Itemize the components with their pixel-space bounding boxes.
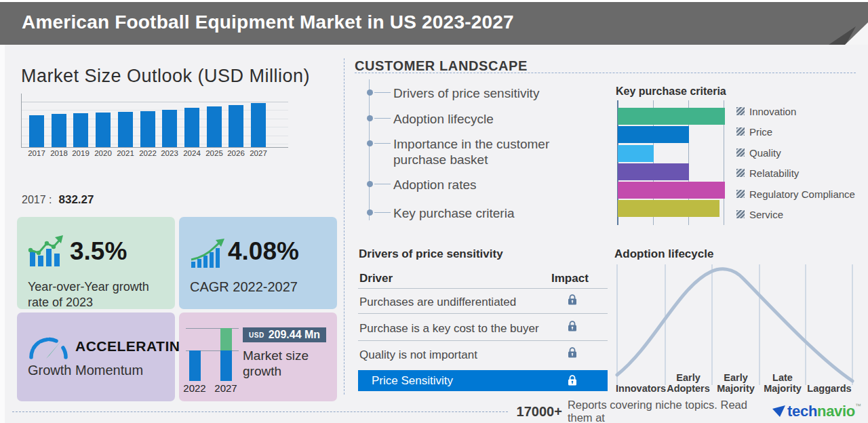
bar-regulatory-compliance: [618, 182, 725, 199]
x-tick-label: 2025: [203, 149, 225, 157]
cagr-value: 4.08%: [228, 237, 299, 266]
stage-label-early-majority: EarlyMajority: [711, 372, 760, 394]
report-count: 17000+: [517, 404, 562, 420]
row-divider: [358, 313, 608, 314]
bar-2017: [29, 115, 44, 147]
x-tick-label: 2020: [92, 149, 114, 157]
drivers-table: Driver Impact Purchases are undifferenti…: [358, 268, 608, 395]
lock-icon: [567, 294, 578, 306]
bar-quality: [618, 145, 654, 162]
footer-text: Reports covering niche topics. Read them…: [568, 399, 766, 423]
table-row: Quality is not important: [359, 348, 477, 362]
highlight-label: Price Sensitivity: [372, 374, 453, 388]
bar-relatability: [618, 163, 689, 180]
growth-label: Market size growth: [243, 348, 309, 379]
bar-2024: [184, 108, 199, 147]
growth-amount-badge: USD 209.44 Mn: [243, 327, 326, 342]
bar-2018: [52, 114, 66, 147]
stage-label-laggards: Laggards: [805, 372, 854, 394]
bullet-dot-icon: [367, 181, 373, 187]
table-row: Purchase is a key cost to the buyer: [359, 322, 539, 336]
bar-2021: [118, 112, 133, 147]
mini-bar-2027-base: [220, 350, 232, 381]
legend-swatch-icon: [736, 127, 745, 136]
lock-icon: [567, 374, 578, 386]
footer-dashed-line: [12, 411, 508, 412]
base-year-value: 2017 :832.27: [22, 193, 94, 207]
yoy-label: Year-over-Year growth rate of 2023: [28, 279, 163, 310]
price-sensitivity-highlight-row: Price Sensitivity: [358, 370, 608, 391]
bell-curve: [617, 269, 852, 381]
bullet-dot-icon: [367, 115, 373, 121]
bar-trend-zigzag-icon: [28, 235, 64, 268]
vertical-dashed-separator: [344, 58, 344, 395]
mini-bar-2022: [189, 350, 201, 381]
page-fold-decoration: [827, 2, 868, 45]
lock-icon: [567, 346, 578, 359]
gridline: [21, 102, 288, 102]
adoption-lifecycle-title: Adoption lifecycle: [614, 247, 713, 261]
legend-swatch-icon: [736, 169, 745, 177]
bullet-connector-line: [369, 79, 370, 220]
cagr-card: 4.08% CAGR 2022-2027: [179, 217, 337, 309]
bullet-dot-icon: [367, 140, 373, 146]
mini-year-2027: 2027: [214, 382, 237, 394]
bullet-dash: [374, 143, 391, 144]
column-header-driver: Driver: [359, 272, 393, 285]
infographic-page: American Football Equipment Market in US…: [0, 0, 868, 423]
x-tick-label: 2024: [181, 149, 203, 157]
customer-landscape-title: CUSTOMER LANDSCAPE: [355, 58, 528, 74]
bar-2026: [229, 105, 243, 147]
yoy-growth-card: 3.5% Year-over-Year growth rate of 2023: [17, 217, 175, 309]
x-tick-label: 2022: [137, 149, 159, 157]
left-edge-strip: [0, 45, 5, 423]
momentum-status: ACCELERATING: [75, 338, 191, 355]
bar-innovation: [618, 108, 725, 125]
growth-momentum-card: ACCELERATING Growth Momentum: [17, 313, 175, 401]
technavio-logo-icon: [772, 405, 786, 418]
kpc-bar-chart: [616, 100, 731, 225]
legend-swatch-icon: [736, 107, 745, 115]
speedometer-icon: [28, 329, 68, 361]
bar-price: [618, 126, 689, 143]
column-header-impact: Impact: [551, 272, 589, 285]
x-tick-label: 2019: [70, 149, 92, 157]
x-tick-label: 2021: [115, 149, 136, 157]
yoy-value: 3.5%: [70, 237, 127, 266]
stage-label-early-adopters: EarlyAdopters: [664, 372, 713, 394]
momentum-label: Growth Momentum: [28, 363, 143, 378]
row-divider: [358, 288, 608, 289]
bullet-dash: [374, 184, 391, 184]
bullet-dash: [374, 212, 391, 213]
mini-year-2022: 2022: [183, 382, 206, 394]
x-tick-label: 2018: [48, 149, 70, 157]
bar-2025: [207, 106, 222, 147]
market-size-growth-card: 2022 2027 USD 209.44 Mn Market size grow…: [179, 313, 337, 401]
dashed-underline: [355, 73, 856, 73]
base-year-label: 2017 :: [22, 194, 52, 205]
footer: 17000+ Reports covering niche topics. Re…: [12, 403, 861, 420]
drivers-table-title: Drivers of price sensitivity: [359, 247, 503, 261]
bar-service: [618, 200, 719, 217]
row-divider: [358, 340, 608, 341]
x-tick-label: 2017: [26, 149, 47, 157]
bar-2022: [140, 111, 155, 147]
technavio-logo-link[interactable]: technavio™: [772, 403, 861, 420]
header-bar: American Football Equipment Market in US…: [0, 2, 868, 45]
growth-amount: 209.44 Mn: [269, 329, 320, 341]
market-size-bar-chart: 2017 2018 2019 2020 2021 2022 2023 2024 …: [17, 94, 290, 159]
bullet-dot-icon: [367, 89, 373, 96]
rising-bars-arrow-icon: [190, 239, 225, 268]
kpc-chart-title: Key purchase criteria: [616, 85, 726, 98]
bar-2023: [162, 110, 177, 147]
lock-icon: [567, 320, 578, 332]
table-row: Purchases are undifferentiated: [359, 296, 516, 309]
bar-2027: [251, 103, 266, 147]
x-tick-label: 2027: [248, 149, 269, 157]
x-tick-label: 2023: [159, 149, 180, 157]
currency-label: USD: [249, 331, 264, 339]
x-axis: [21, 147, 288, 148]
base-year-amount: 832.27: [58, 193, 94, 206]
stage-label-late-majority: LateMajority: [758, 372, 807, 394]
bullet-dash: [374, 92, 391, 93]
